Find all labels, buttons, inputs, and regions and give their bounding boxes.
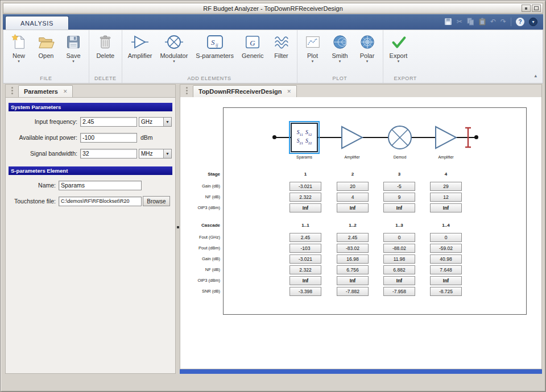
ribbon: New ▾ Open Save ▾ FILE xyxy=(3,30,543,84)
s-parameters-button[interactable]: Sij S-parameters xyxy=(192,31,238,59)
table-cell: Inf xyxy=(289,276,321,285)
table-column-header: 4 xyxy=(430,172,462,177)
panel-splitter[interactable] xyxy=(176,84,180,374)
touchstone-file-label: Touchstone file: xyxy=(9,198,59,205)
new-button[interactable]: New ▾ xyxy=(5,31,32,63)
dropdown-caret-icon: ▾ xyxy=(312,60,314,63)
table-cell: Inf xyxy=(383,276,415,285)
table-cell: 0 xyxy=(383,233,415,242)
table-cell[interactable]: 9 xyxy=(383,193,415,202)
close-icon[interactable]: ✕ xyxy=(287,89,292,94)
table-cell: 16.98 xyxy=(337,255,369,264)
undo-icon[interactable]: ↶ xyxy=(490,17,496,26)
table-cell: -83.02 xyxy=(337,244,369,253)
panel-drag-handle-icon[interactable] xyxy=(186,87,188,89)
table-cell: -59.02 xyxy=(430,244,462,253)
table-cell[interactable]: -3.021 xyxy=(289,182,321,191)
tab-document[interactable]: TopDownRFReceiverDesign ✕ xyxy=(193,85,297,97)
toolstrip-tab-bar: ANALYSIS ✂ ↶ ↷ ? ▾ xyxy=(3,14,543,30)
table-cell: -8.725 xyxy=(430,287,462,296)
plot-button[interactable]: Plot ▾ xyxy=(299,31,326,63)
close-icon[interactable]: ✕ xyxy=(63,89,68,94)
table-cell[interactable]: Inf xyxy=(383,203,415,212)
save-button[interactable]: Save ▾ xyxy=(60,31,87,63)
table-cell[interactable]: 12 xyxy=(430,193,462,202)
table-cell: 6.882 xyxy=(383,265,415,274)
svg-text:G: G xyxy=(250,39,256,47)
table-row-label: OIP3 (dBm) xyxy=(180,278,220,283)
ribbon-section-label: FILE xyxy=(5,73,87,83)
polar-button[interactable]: Polar ▾ xyxy=(354,31,381,63)
input-frequency-field[interactable] xyxy=(80,117,137,127)
table-cell[interactable]: 20 xyxy=(337,182,369,191)
export-button[interactable]: Export ▾ xyxy=(385,31,412,63)
input-power-field[interactable] xyxy=(80,133,137,143)
table-cell[interactable]: 29 xyxy=(430,182,462,191)
table-cell[interactable]: Inf xyxy=(430,203,462,212)
table-cell: -88.02 xyxy=(383,244,415,253)
table-cell[interactable]: Inf xyxy=(289,203,321,212)
smith-button[interactable]: Smith ▾ xyxy=(326,31,354,63)
table-cell[interactable]: Inf xyxy=(337,203,369,212)
table-cell[interactable]: 2.322 xyxy=(289,193,321,202)
new-document-icon xyxy=(9,33,28,51)
title-bar[interactable]: RF Budget Analyzer - TopDownRFReceiverDe… xyxy=(3,3,543,14)
generic-button[interactable]: G Generic xyxy=(238,31,268,59)
table-column-header: 1..4 xyxy=(430,223,462,228)
table-cell: 40.98 xyxy=(430,255,462,264)
ribbon-section-delete: Delete DELETE xyxy=(89,30,122,83)
document-tab-bar: TopDownRFReceiverDesign ✕ xyxy=(180,84,542,97)
input-power-label: Available input power: xyxy=(9,134,80,141)
table-column-header: 2 xyxy=(337,172,369,177)
document-focus-strip xyxy=(180,369,542,374)
minimize-icon xyxy=(525,7,527,10)
dropdown-caret-icon: ▾ xyxy=(18,60,20,63)
bandwidth-unit-select[interactable]: MHz ▼ xyxy=(139,149,172,159)
trash-icon xyxy=(96,33,115,51)
table-row-label: Pout (dBm) xyxy=(180,245,220,251)
collapse-ribbon-button[interactable]: ▴ xyxy=(534,73,537,78)
table-cell[interactable]: -5 xyxy=(383,182,415,191)
amplifier-icon xyxy=(130,33,150,51)
document-panel: TopDownRFReceiverDesign ✕ S11S12S21S22 xyxy=(180,84,542,374)
save-icon[interactable] xyxy=(444,17,452,26)
bandwidth-field[interactable] xyxy=(80,149,137,159)
tab-parameters[interactable]: Parameters ✕ xyxy=(18,85,73,97)
table-cell: -3.398 xyxy=(289,287,321,296)
input-frequency-unit-select[interactable]: GHz ▼ xyxy=(139,117,172,127)
table-section-label: Stage xyxy=(180,172,220,177)
browse-button[interactable]: Browse xyxy=(143,196,170,206)
table-cell: 2.322 xyxy=(289,265,321,274)
delete-button[interactable]: Delete xyxy=(92,31,119,59)
filter-button[interactable]: Filter xyxy=(268,31,295,59)
modulator-button[interactable]: Modulator ▾ xyxy=(156,31,192,63)
parameters-panel: Parameters ✕ System Parameters Input fre… xyxy=(5,84,176,374)
panel-drag-handle-icon[interactable] xyxy=(11,87,13,89)
dropdown-caret-icon: ▾ xyxy=(173,60,175,63)
help-icon[interactable]: ? xyxy=(516,18,524,26)
tab-analysis[interactable]: ANALYSIS xyxy=(5,16,69,30)
element-name-field[interactable] xyxy=(59,181,142,190)
export-check-icon xyxy=(389,33,408,51)
amplifier-button[interactable]: Amplifier xyxy=(124,31,156,59)
maximize-button[interactable] xyxy=(532,5,541,12)
svg-text:S: S xyxy=(211,38,215,47)
chevron-down-icon: ▼ xyxy=(163,118,171,126)
splitter-handle[interactable] xyxy=(177,226,179,228)
element-name-label: Name: xyxy=(9,182,59,189)
minimize-button[interactable] xyxy=(522,5,531,12)
cut-icon[interactable]: ✂ xyxy=(457,17,462,26)
element-parameters-header: S-parameters Element xyxy=(9,166,172,175)
toolstrip-options-icon[interactable]: ▾ xyxy=(529,18,537,26)
table-cell[interactable]: 4 xyxy=(337,193,369,202)
copy-icon[interactable] xyxy=(467,17,474,26)
ribbon-section-add-elements: Amplifier Modulator ▾ Sij S-parameters xyxy=(122,30,297,83)
touchstone-file-field[interactable] xyxy=(59,197,142,206)
paste-icon[interactable] xyxy=(479,17,486,26)
table-row-label: Fout (GHz) xyxy=(180,235,220,240)
redo-icon[interactable]: ↷ xyxy=(500,17,506,26)
plot-icon xyxy=(303,33,322,51)
smith-chart-icon xyxy=(330,33,350,51)
polar-chart-icon xyxy=(358,33,377,51)
open-button[interactable]: Open xyxy=(32,31,60,59)
